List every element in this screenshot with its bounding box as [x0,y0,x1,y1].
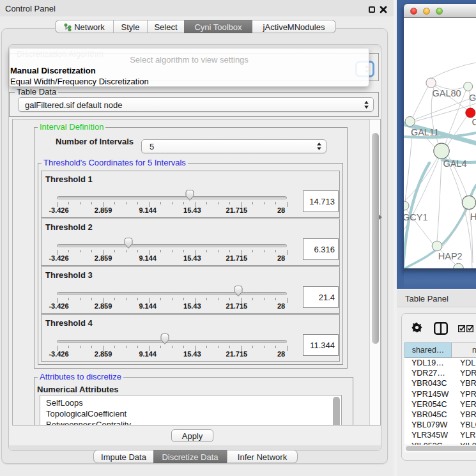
svg-text:GA: GA [469,93,476,103]
svg-text:HAP2: HAP2 [438,251,463,261]
svg-text:H: H [470,211,476,222]
svg-text:GCY1: GCY1 [404,212,428,222]
svg-text:GAL11: GAL11 [411,127,439,137]
svg-text:GAL4: GAL4 [443,158,466,169]
svg-text:C: C [472,117,476,127]
svg-text:GAL80: GAL80 [433,88,461,98]
